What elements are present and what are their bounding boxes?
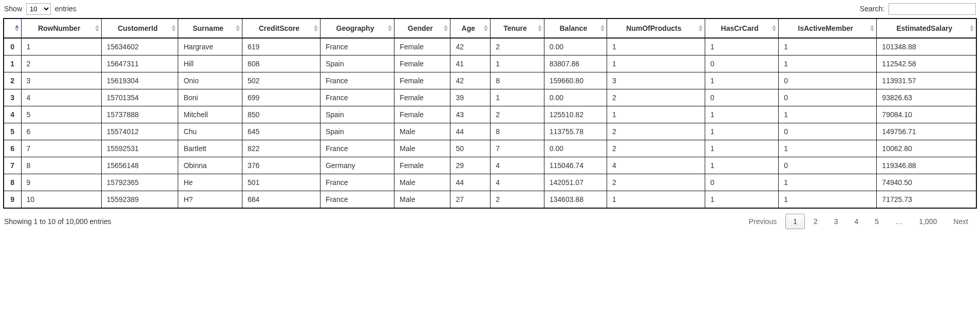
page-2[interactable]: 2 — [806, 214, 825, 229]
svg-marker-3 — [95, 29, 99, 32]
svg-marker-20 — [699, 25, 703, 28]
cell: 29 — [450, 157, 491, 174]
column-header-numofproducts[interactable]: NumOfProducts — [607, 18, 705, 38]
page-3[interactable]: 3 — [826, 214, 846, 229]
column-header-surname[interactable]: Surname — [178, 18, 242, 38]
cell: France — [320, 174, 394, 191]
cell: 5 — [21, 106, 101, 123]
svg-marker-12 — [444, 25, 448, 28]
table-row: 2315619304Onio502FranceFemale428159660.8… — [4, 72, 976, 89]
cell: 142051.07 — [544, 174, 607, 191]
cell: 44 — [450, 174, 491, 191]
cell: 0 — [779, 123, 877, 140]
column-header-gender[interactable]: Gender — [394, 18, 450, 38]
column-label: Surname — [193, 24, 223, 32]
cell: 4 — [491, 157, 544, 174]
cell: 39 — [450, 89, 491, 106]
page-1,000[interactable]: 1,000 — [911, 214, 945, 229]
cell: 3 — [607, 72, 705, 89]
search-label: Search: — [860, 5, 884, 13]
cell: 1 — [491, 55, 544, 72]
table-info: Showing 1 to 10 of 10,000 entries — [4, 217, 111, 226]
column-label: CustomerId — [118, 24, 158, 32]
cell: 74940.50 — [877, 174, 976, 191]
svg-marker-21 — [699, 29, 703, 32]
column-header-geography[interactable]: Geography — [320, 18, 394, 38]
cell: 1 — [705, 191, 779, 209]
svg-marker-11 — [388, 29, 392, 32]
cell: 2 — [607, 89, 705, 106]
cell: 1 — [779, 140, 877, 157]
cell: 27 — [450, 191, 491, 209]
page-1[interactable]: 1 — [785, 214, 805, 229]
svg-marker-7 — [236, 29, 240, 32]
cell: 15634602 — [101, 38, 178, 55]
cell: 1 — [779, 106, 877, 123]
cell: 79084.10 — [877, 106, 976, 123]
column-header-estimatedsalary[interactable]: EstimatedSalary — [877, 18, 976, 38]
column-label: RowNumber — [38, 24, 80, 32]
column-header-rownumber[interactable]: RowNumber — [21, 18, 101, 38]
cell: Mitchell — [178, 106, 242, 123]
cell: 113755.78 — [544, 123, 607, 140]
cell: Chu — [178, 123, 242, 140]
column-label: Age — [462, 24, 475, 32]
cell: Female — [394, 72, 450, 89]
cell: 44 — [450, 123, 491, 140]
cell: 8 — [491, 123, 544, 140]
cell: 113931.57 — [877, 72, 976, 89]
column-header-customerid[interactable]: CustomerId — [101, 18, 178, 38]
svg-marker-10 — [388, 25, 392, 28]
cell: 71725.73 — [877, 191, 976, 209]
cell: 0.00 — [544, 89, 607, 106]
svg-marker-26 — [970, 25, 974, 28]
search-control: Search: — [860, 3, 976, 15]
cell: 159660.80 — [544, 72, 607, 89]
svg-marker-0 — [15, 25, 19, 28]
cell: 50 — [450, 140, 491, 157]
page-previous[interactable]: Previous — [741, 214, 784, 229]
cell: Onio — [178, 72, 242, 89]
row-index: 5 — [4, 123, 21, 140]
table-row: 7815656148Obinna376GermanyFemale29411504… — [4, 157, 976, 174]
cell: 2 — [607, 140, 705, 157]
column-header-hascrcard[interactable]: HasCrCard — [705, 18, 779, 38]
column-header-isactivemember[interactable]: IsActiveMember — [779, 18, 877, 38]
cell: 119346.88 — [877, 157, 976, 174]
cell: 0 — [779, 157, 877, 174]
cell: 619 — [242, 38, 321, 55]
table-row: 0115634602Hargrave619FranceFemale4220.00… — [4, 38, 976, 55]
cell: 7 — [491, 140, 544, 157]
column-header-age[interactable]: Age — [450, 18, 491, 38]
column-header-tenure[interactable]: Tenure — [491, 18, 544, 38]
row-index: 0 — [4, 38, 21, 55]
page-5[interactable]: 5 — [867, 214, 887, 229]
cell: Male — [394, 191, 450, 209]
column-header-balance[interactable]: Balance — [544, 18, 607, 38]
column-header-creditscore[interactable]: CreditScore — [242, 18, 321, 38]
cell: France — [320, 191, 394, 209]
cell: 15701354 — [101, 89, 178, 106]
search-input[interactable] — [889, 3, 976, 15]
cell: Obinna — [178, 157, 242, 174]
cell: 15656148 — [101, 157, 178, 174]
cell: 608 — [242, 55, 321, 72]
length-select[interactable]: 102550100 — [26, 3, 51, 15]
cell: Bartlett — [178, 140, 242, 157]
cell: H? — [178, 191, 242, 209]
length-prefix: Show — [4, 5, 22, 13]
row-index: 1 — [4, 55, 21, 72]
svg-marker-24 — [870, 25, 874, 28]
column-header-index[interactable] — [4, 18, 21, 38]
cell: 850 — [242, 106, 321, 123]
cell: Spain — [320, 55, 394, 72]
cell: 149756.71 — [877, 123, 976, 140]
cell: 501 — [242, 174, 321, 191]
cell: 0 — [779, 89, 877, 106]
cell: Hill — [178, 55, 242, 72]
svg-marker-15 — [484, 29, 488, 32]
cell: Hargrave — [178, 38, 242, 55]
cell: 112542.58 — [877, 55, 976, 72]
page-4[interactable]: 4 — [847, 214, 866, 229]
page-next[interactable]: Next — [946, 214, 976, 229]
